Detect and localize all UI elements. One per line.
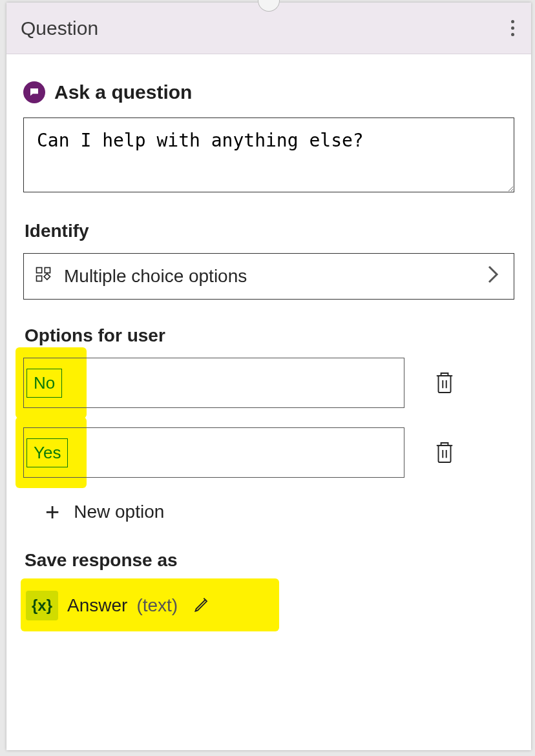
question-input[interactable] (23, 117, 514, 192)
ask-section-title: Ask a question (54, 81, 192, 103)
add-option-label: New option (74, 502, 164, 522)
panel-body: Ask a question Identify Multiple choice … (6, 54, 531, 629)
options-list: No Yes (23, 358, 514, 478)
variable-name: Answer (67, 595, 127, 616)
identify-label: Identify (25, 221, 514, 241)
svg-rect-2 (37, 276, 42, 281)
option-input[interactable]: No (23, 358, 404, 408)
svg-rect-3 (439, 376, 451, 393)
more-options-button[interactable] (506, 15, 519, 41)
svg-rect-1 (45, 267, 50, 272)
chevron-right-icon (487, 265, 499, 289)
svg-rect-4 (439, 445, 451, 462)
option-row: No (23, 358, 514, 408)
variable-badge: {x} (26, 591, 58, 620)
option-row: Yes (23, 427, 514, 478)
delete-option-button[interactable] (430, 369, 459, 397)
ask-section-header: Ask a question (23, 81, 514, 103)
options-label: Options for user (25, 325, 514, 346)
question-panel: Question Ask a question Identify Multipl… (6, 3, 531, 750)
save-response-label: Save response as (25, 550, 514, 571)
delete-option-button[interactable] (430, 438, 459, 467)
chat-icon (23, 81, 45, 103)
svg-rect-0 (37, 267, 42, 272)
variable-type: (text) (136, 595, 178, 616)
option-chip[interactable]: Yes (26, 438, 68, 467)
option-chip[interactable]: No (26, 369, 62, 398)
grid-icon (34, 265, 52, 288)
plus-icon: + (45, 500, 59, 524)
edit-variable-button[interactable] (193, 595, 211, 616)
option-input[interactable]: Yes (23, 427, 404, 478)
panel-title: Question (21, 17, 98, 39)
identify-selector[interactable]: Multiple choice options (23, 253, 514, 300)
save-response-row: {x} Answer (text) (23, 582, 514, 629)
identify-selected-value: Multiple choice options (64, 266, 247, 287)
add-option-button[interactable]: + New option (45, 500, 514, 524)
